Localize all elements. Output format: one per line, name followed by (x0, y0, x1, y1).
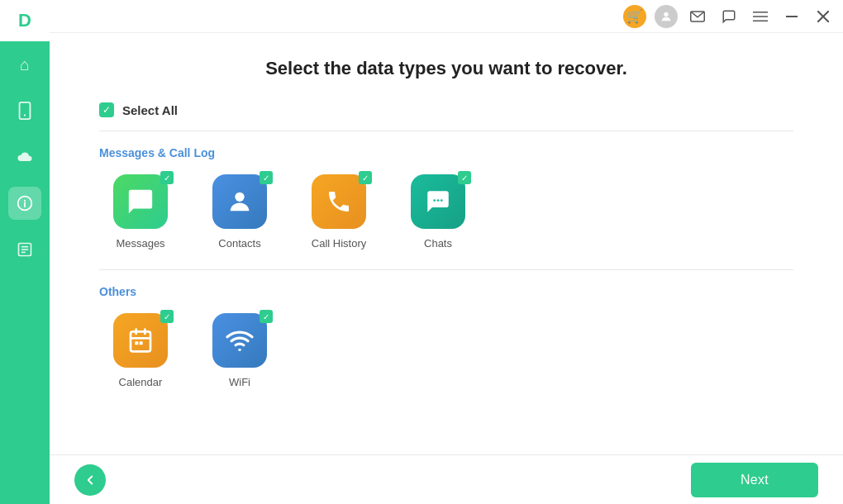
messages-calllog-grid: ✓ Messages ✓ Contacts ✓ Call History (99, 174, 793, 250)
title-bar: 🛒 (50, 0, 843, 33)
main-content: Select the data types you want to recove… (50, 33, 843, 454)
app-container: 🛒 Select the data types you want to reco… (50, 0, 843, 504)
svg-point-27 (238, 349, 241, 351)
svg-point-9 (664, 12, 668, 16)
messages-checkbox[interactable]: ✓ (160, 171, 174, 184)
data-item-chats[interactable]: ✓ Chats (397, 174, 479, 250)
menu-icon[interactable] (749, 5, 772, 28)
contacts-label: Contacts (218, 237, 260, 250)
section-label-others: Others (99, 285, 793, 298)
bottom-bar: Next (50, 454, 843, 504)
svg-rect-26 (140, 341, 143, 345)
svg-rect-0 (20, 102, 31, 119)
title-bar-icons: 🛒 (623, 5, 835, 28)
app-logo: D (0, 0, 50, 41)
section-divider-top (99, 131, 793, 131)
svg-point-20 (441, 199, 443, 202)
section-divider-mid (99, 269, 793, 270)
svg-point-17 (235, 193, 244, 202)
select-all-row[interactable]: ✓ Select All (99, 102, 793, 117)
contacts-icon (212, 174, 267, 229)
wifi-icon (212, 313, 267, 368)
callhistory-label: Call History (312, 237, 366, 250)
others-grid: ✓ Calendar ✓ WiFi (99, 313, 793, 388)
data-item-messages[interactable]: ✓ Messages (99, 174, 182, 250)
wifi-checkbox[interactable]: ✓ (260, 310, 273, 323)
select-all-label: Select All (122, 103, 178, 117)
data-item-wifi[interactable]: ✓ WiFi (198, 313, 281, 388)
section-label-messages: Messages & Call Log (99, 146, 793, 159)
chats-icon (411, 174, 465, 229)
calendar-checkbox[interactable]: ✓ (160, 310, 174, 323)
wifi-label: WiFi (229, 376, 250, 388)
messages-label: Messages (116, 237, 164, 250)
svg-point-18 (433, 199, 436, 202)
data-item-contacts[interactable]: ✓ Contacts (198, 174, 281, 250)
calendar-label: Calendar (119, 376, 163, 388)
sidebar-item-device[interactable] (8, 94, 41, 127)
mail-icon[interactable] (686, 5, 709, 28)
minimize-icon[interactable] (780, 5, 803, 28)
close-icon[interactable] (812, 5, 835, 28)
chats-label: Chats (424, 237, 452, 250)
callhistory-checkbox[interactable]: ✓ (359, 171, 372, 184)
profile-icon[interactable] (655, 5, 678, 28)
back-button[interactable] (74, 464, 106, 496)
next-button[interactable]: Next (691, 463, 818, 497)
chats-checkbox[interactable]: ✓ (458, 171, 471, 184)
sidebar-item-info[interactable] (8, 187, 41, 220)
svg-rect-25 (135, 341, 138, 345)
messages-icon (113, 174, 168, 229)
calendar-icon (113, 313, 168, 368)
data-item-callhistory[interactable]: ✓ Call History (298, 174, 380, 250)
sidebar: D ⌂ (0, 0, 50, 504)
chat-icon[interactable] (717, 5, 741, 28)
callhistory-icon (312, 174, 366, 229)
cart-icon[interactable]: 🛒 (623, 5, 646, 28)
contacts-checkbox[interactable]: ✓ (260, 171, 273, 184)
data-item-calendar[interactable]: ✓ Calendar (99, 313, 182, 388)
page-title: Select the data types you want to recove… (99, 58, 793, 79)
sidebar-item-files[interactable] (8, 233, 41, 266)
sidebar-item-cloud[interactable] (8, 140, 41, 174)
sidebar-item-home[interactable]: ⌂ (8, 48, 41, 81)
svg-point-19 (437, 199, 440, 202)
select-all-checkbox[interactable]: ✓ (99, 102, 114, 117)
